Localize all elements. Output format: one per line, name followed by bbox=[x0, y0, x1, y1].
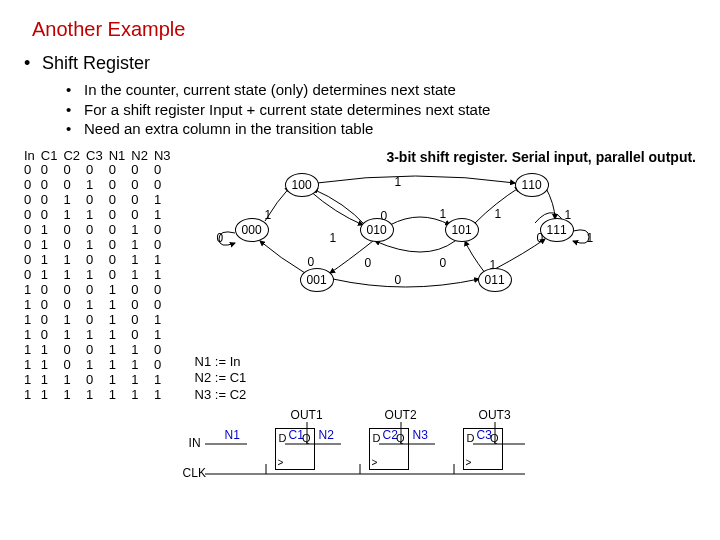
edge-label: 1 bbox=[565, 208, 572, 222]
edge-label: 1 bbox=[490, 258, 497, 272]
table-row: 0100010 bbox=[24, 223, 177, 238]
table-header: N2 bbox=[131, 149, 154, 164]
edge-label: 0 bbox=[308, 255, 315, 269]
table-row: 1110111 bbox=[24, 373, 177, 388]
state-node: 110 bbox=[515, 173, 549, 197]
table-row: 1100110 bbox=[24, 343, 177, 358]
state-node: 101 bbox=[445, 218, 479, 242]
table-header: In bbox=[24, 149, 41, 164]
edge-label: 0 bbox=[365, 256, 372, 270]
diagram-caption: 3-bit shift register. Serial input, para… bbox=[195, 149, 696, 165]
table-row: 1001100 bbox=[24, 298, 177, 313]
state-diagram: 000001010011100101110111110111010100010 bbox=[195, 173, 696, 348]
table-row: 1000100 bbox=[24, 283, 177, 298]
bullet-item: For a shift register Input + current sta… bbox=[66, 100, 696, 120]
table-header: C3 bbox=[86, 149, 109, 164]
state-node: 100 bbox=[285, 173, 319, 197]
edge-label: 0 bbox=[395, 273, 402, 287]
table-row: 0001000 bbox=[24, 178, 177, 193]
edge-label: 0 bbox=[217, 231, 224, 245]
table-header: N1 bbox=[109, 149, 132, 164]
state-node: 000 bbox=[235, 218, 269, 242]
edge-label: 1 bbox=[395, 175, 402, 189]
bullet-list: In the counter, current state (only) det… bbox=[42, 80, 696, 139]
edge-label: 1 bbox=[330, 231, 337, 245]
bullet-item: In the counter, current state (only) det… bbox=[66, 80, 696, 100]
edge-label: 0 bbox=[381, 209, 388, 223]
table-row: 1101110 bbox=[24, 358, 177, 373]
table-row: 1010101 bbox=[24, 313, 177, 328]
table-header: N3 bbox=[154, 149, 177, 164]
table-row: 0011001 bbox=[24, 208, 177, 223]
table-row: 0000000 bbox=[24, 163, 177, 178]
equations: N1 := In N2 := C1 N3 := C2 bbox=[195, 354, 696, 405]
table-row: 0010001 bbox=[24, 193, 177, 208]
edge-label: 1 bbox=[265, 208, 272, 222]
transition-table: InC1C2C3N1N2N3 0000000000100000100010011… bbox=[24, 149, 177, 403]
table-header: C1 bbox=[41, 149, 64, 164]
table-row: 0111011 bbox=[24, 268, 177, 283]
state-node: 010 bbox=[360, 218, 394, 242]
diagram-arrows bbox=[195, 173, 605, 333]
flipflop-schematic: OUT1 OUT2 OUT3 N1 C1 N2 C2 N3 C3 IN CLK … bbox=[195, 410, 696, 490]
table-row: 0101010 bbox=[24, 238, 177, 253]
table-row: 1011101 bbox=[24, 328, 177, 343]
edge-label: 1 bbox=[495, 207, 502, 221]
section-heading: Shift Register In the counter, current s… bbox=[24, 53, 696, 139]
table-header: C2 bbox=[63, 149, 86, 164]
bullet-item: Need an extra column in the transition t… bbox=[66, 119, 696, 139]
state-node: 001 bbox=[300, 268, 334, 292]
table-row: 0110011 bbox=[24, 253, 177, 268]
page-title: Another Example bbox=[32, 18, 696, 41]
table-row: 1111111 bbox=[24, 388, 177, 403]
edge-label: 0 bbox=[537, 231, 544, 245]
edge-label: 0 bbox=[440, 256, 447, 270]
edge-label: 1 bbox=[440, 207, 447, 221]
edge-label: 1 bbox=[587, 231, 594, 245]
